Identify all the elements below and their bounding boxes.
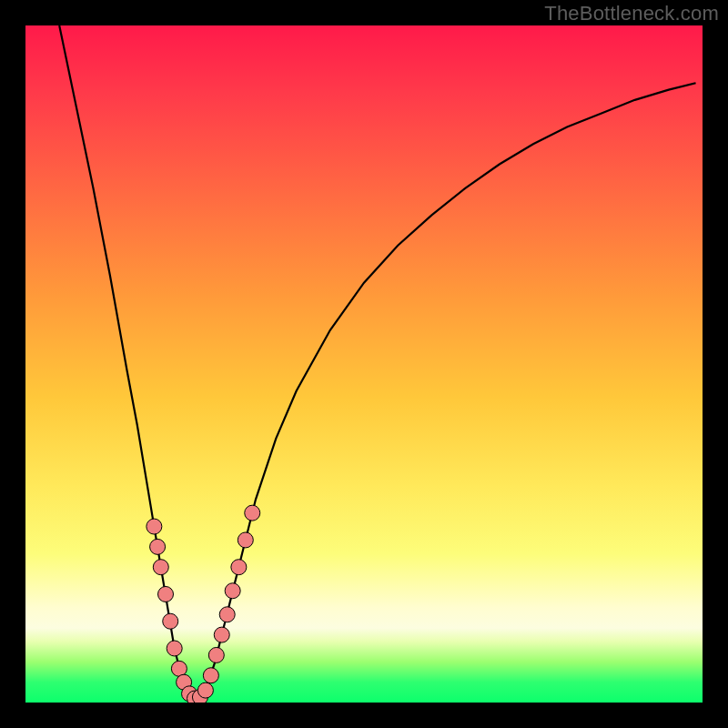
curve-marker: [163, 613, 178, 629]
plot-area: [25, 25, 703, 703]
bottleneck-curve: [59, 25, 695, 699]
curve-marker: [153, 560, 168, 575]
curve-marker: [150, 539, 166, 554]
curve-marker: [197, 682, 213, 698]
curve-marker: [238, 532, 253, 548]
curve-marker: [147, 519, 162, 534]
curve-marker: [167, 641, 182, 656]
curve-markers-left: [147, 519, 208, 703]
bottleneck-curve-svg: [25, 25, 703, 703]
chart-frame: TheBottleneck.com: [0, 0, 728, 728]
curve-marker: [158, 586, 174, 602]
curve-markers-right: [197, 505, 259, 698]
curve-marker: [208, 647, 224, 662]
watermark-text: TheBottleneck.com: [544, 2, 719, 25]
curve-marker: [219, 607, 235, 622]
curve-marker: [214, 627, 229, 642]
curve-marker: [225, 583, 240, 599]
curve-marker: [203, 668, 218, 683]
curve-marker: [231, 560, 247, 575]
curve-marker: [245, 505, 260, 521]
